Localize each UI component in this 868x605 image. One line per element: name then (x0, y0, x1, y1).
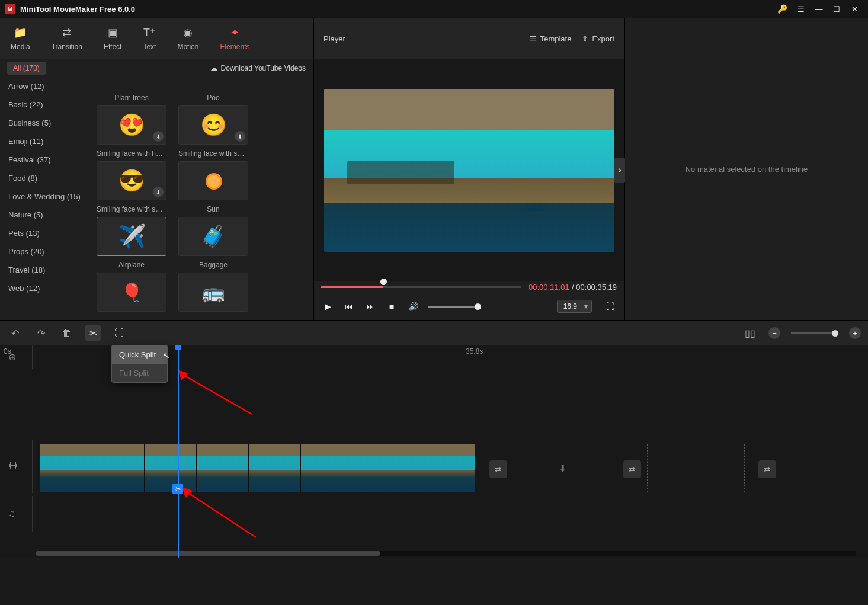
menu-full-split[interactable]: Full Split (112, 364, 167, 382)
sidebar-item-basic[interactable]: Basic (22) (0, 95, 89, 114)
effect-icon: ▣ (108, 26, 118, 39)
tab-motion[interactable]: ◉Motion (166, 18, 209, 59)
delete-button[interactable]: 🗑 (59, 325, 75, 341)
element-name: Baggage (199, 261, 228, 269)
sidebar-item-business[interactable]: Business (5) (0, 114, 89, 132)
aspect-ratio-select[interactable]: 16:9 (557, 300, 592, 313)
volume-button[interactable]: 🔊 (406, 300, 419, 313)
zoom-out-button[interactable]: − (768, 327, 780, 339)
tab-text[interactable]: T⁺Text (132, 18, 166, 59)
stop-button[interactable]: ■ (385, 300, 398, 313)
folder-icon: 📁 (14, 26, 27, 39)
airplane-icon: ✈️ (118, 223, 146, 249)
tab-elements[interactable]: ✦Elements (209, 18, 260, 59)
element-thumb-airplane[interactable]: ✈️ (97, 217, 166, 256)
element-thumb-balloons[interactable]: 🎈 (97, 273, 166, 312)
time-current: 00:00:11.01 (529, 283, 569, 292)
motion-icon: ◉ (183, 26, 193, 39)
export-icon: ⇪ (582, 34, 588, 43)
zoom-in-button[interactable]: + (849, 327, 861, 339)
next-frame-button[interactable]: ⏭ (364, 300, 377, 313)
add-track-icon: ⊕ (8, 351, 16, 363)
download-icon[interactable]: ⬇ (153, 187, 164, 197)
filmstrip-icon: 🎞 (8, 461, 18, 472)
svg-line-2 (187, 492, 256, 537)
category-active-label[interactable]: All (178) (7, 62, 46, 75)
redo-button[interactable]: ↷ (33, 325, 49, 341)
sidebar-item-travel[interactable]: Travel (18) (0, 261, 89, 279)
transition-icon: ⇄ (62, 26, 71, 39)
app-logo-icon: M (5, 4, 15, 14)
transition-slot-button[interactable]: ⇄ (623, 460, 641, 478)
player-panel: Player ☰Template ⇪Export › 00:00:11.01 /… (314, 18, 625, 320)
sidebar-item-nature[interactable]: Nature (5) (0, 206, 89, 224)
annotation-arrow-icon (178, 370, 255, 417)
close-button[interactable]: ✕ (845, 0, 863, 18)
sidebar-item-props[interactable]: Props (20) (0, 242, 89, 261)
scrollbar-thumb[interactable] (36, 551, 380, 556)
sidebar-item-pets[interactable]: Pets (13) (0, 224, 89, 242)
svg-marker-1 (178, 370, 188, 380)
element-thumb-smiling[interactable]: 😊⬇ (178, 105, 248, 145)
timeline-toolbar: ↶ ↷ 🗑 ✂ ⛶ ▯▯ − + Quick Split Full Split … (0, 320, 868, 345)
add-track-button[interactable]: ⊕ (0, 345, 33, 369)
baggage-icon: 🧳 (200, 224, 227, 249)
play-button[interactable]: ▶ (321, 300, 334, 313)
element-thumb-baggage[interactable]: 🧳 (178, 217, 248, 256)
download-icon[interactable]: ⬇ (153, 131, 164, 142)
download-icon[interactable]: ⬇ (235, 131, 245, 142)
clip-thumbnail (353, 444, 405, 492)
prev-frame-button[interactable]: ⏮ (342, 300, 355, 313)
minimize-button[interactable]: — (810, 0, 828, 18)
playhead[interactable]: ✂ (178, 345, 179, 558)
stack-icon: ☰ (530, 34, 537, 43)
tab-media[interactable]: 📁Media (0, 18, 41, 59)
sidebar-item-festival[interactable]: Festival (37) (0, 151, 89, 169)
snap-button[interactable]: ▯▯ (742, 325, 758, 341)
tab-effect[interactable]: ▣Effect (93, 18, 132, 59)
undo-button[interactable]: ↶ (7, 325, 23, 341)
clip-drop-zone[interactable]: ⬇ (514, 444, 611, 492)
crop-button[interactable]: ⛶ (111, 325, 127, 341)
panel-expand-button[interactable]: › (614, 158, 625, 183)
sidebar-item-food[interactable]: Food (8) (0, 169, 89, 187)
sidebar-item-arrow[interactable]: Arrow (12) (0, 77, 89, 95)
download-youtube-link[interactable]: ☁Download YouTube Videos (210, 64, 306, 72)
clip-drop-zone[interactable] (647, 444, 745, 492)
bus-icon: 🚌 (201, 281, 225, 303)
library-tabs: 📁Media ⇄Transition ▣Effect T⁺Text ◉Motio… (0, 18, 313, 59)
tab-transition[interactable]: ⇄Transition (41, 18, 93, 59)
playhead-split-button[interactable]: ✂ (172, 484, 183, 494)
volume-handle[interactable] (475, 303, 481, 310)
preview-frame (324, 89, 614, 252)
seek-handle[interactable] (380, 279, 387, 285)
upgrade-key-icon[interactable]: 🔑 (777, 4, 787, 14)
fullscreen-button[interactable]: ⛶ (604, 300, 617, 313)
seek-bar[interactable] (321, 281, 521, 293)
clip-thumbnail (457, 444, 475, 492)
transition-slot-button[interactable]: ⇄ (489, 460, 507, 478)
menu-icon[interactable]: ☰ (792, 0, 810, 18)
zoom-slider[interactable] (791, 332, 838, 334)
clip-thumbnail (301, 444, 353, 492)
annotation-arrow-icon (182, 487, 259, 540)
volume-slider[interactable] (428, 306, 481, 308)
export-button[interactable]: ⇪Export (582, 34, 614, 43)
sidebar-item-web[interactable]: Web (12) (0, 279, 89, 297)
element-thumb-sun[interactable] (178, 161, 248, 200)
zoom-handle[interactable] (832, 330, 838, 337)
transition-slot-button[interactable]: ⇄ (758, 460, 776, 478)
template-button[interactable]: ☰Template (530, 34, 572, 43)
properties-panel: No material selected on the timeline (625, 18, 868, 320)
sidebar-item-emoji[interactable]: Emoji (11) (0, 132, 89, 151)
sidebar-item-love-wedding[interactable]: Love & Wedding (15) (0, 187, 89, 206)
maximize-button[interactable]: ☐ (828, 0, 845, 18)
split-button[interactable]: ✂ (85, 325, 101, 341)
menu-quick-split[interactable]: Quick Split (112, 345, 167, 364)
player-label: Player (324, 34, 345, 43)
element-thumb-bus[interactable]: 🚌 (178, 273, 248, 312)
timeline-scrollbar[interactable] (36, 551, 856, 556)
video-clip[interactable] (40, 444, 475, 492)
element-thumb-sunglasses[interactable]: 😎⬇ (97, 161, 166, 200)
element-thumb-heart-eyes[interactable]: 😍⬇ (97, 105, 166, 145)
